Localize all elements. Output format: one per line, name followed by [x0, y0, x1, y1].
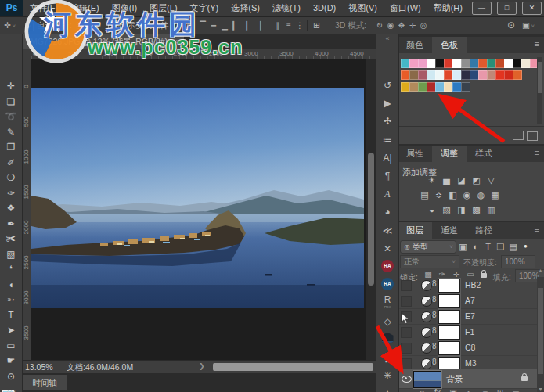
- visibility-toggle[interactable]: [401, 327, 412, 338]
- tab-通道[interactable]: 通道: [432, 222, 467, 239]
- exposure-icon[interactable]: ◩: [470, 175, 483, 185]
- color-swatch[interactable]: [513, 70, 522, 80]
- invert-icon[interactable]: ◒: [425, 205, 438, 215]
- hand-tool[interactable]: ☛: [0, 354, 22, 368]
- color-swatch[interactable]: [461, 82, 470, 92]
- actions-panel-icon[interactable]: ▶: [376, 95, 398, 111]
- quick-selection-tool[interactable]: ✎: [0, 125, 22, 139]
- filter-adjustment-icon[interactable]: ◐: [470, 240, 481, 253]
- visibility-toggle[interactable]: [401, 296, 412, 307]
- timeline-tab[interactable]: 时间轴: [22, 375, 67, 390]
- distribute-3-icon[interactable]: ⋮: [294, 17, 305, 34]
- arrange-button[interactable]: ⊞: [313, 17, 320, 34]
- align-4-icon[interactable]: ▎: [230, 17, 241, 34]
- marquee-tool[interactable]: ❏: [0, 95, 22, 109]
- menu-item-10[interactable]: 窗口(W): [384, 0, 427, 16]
- crop-tool[interactable]: ❐: [0, 140, 22, 154]
- levels-icon[interactable]: ▅: [440, 175, 453, 185]
- zoom-tool[interactable]: ⊙: [0, 369, 22, 383]
- show-transform-checkbox[interactable]: [108, 17, 117, 34]
- history-brush-tool[interactable]: ✒: [0, 217, 22, 231]
- plugin-x-icon[interactable]: ✕: [376, 241, 398, 257]
- brush-tool[interactable]: ✑: [0, 186, 22, 200]
- ra-red-badge[interactable]: RA: [376, 259, 398, 275]
- scroll-up-icon[interactable]: ▲: [537, 268, 544, 273]
- move-tool[interactable]: ✛: [0, 79, 22, 93]
- vibrance-icon[interactable]: ▽: [485, 175, 498, 185]
- dot-grid-icon[interactable]: ⣿: [376, 350, 398, 365]
- hex-cube-icon[interactable]: [376, 332, 398, 347]
- shape-tool[interactable]: ▭: [0, 339, 22, 353]
- paragraph-panel-icon[interactable]: ¶: [376, 168, 398, 184]
- tab-样式[interactable]: 样式: [467, 146, 501, 162]
- gradient-map-icon[interactable]: ▥: [485, 205, 498, 215]
- document-tab[interactable]: IMG7926.JPG @ 13% (背景, RGB/8#)×: [22, 34, 184, 49]
- gradient-tool[interactable]: ▧: [0, 247, 22, 261]
- menu-item-4[interactable]: 图层(L): [143, 0, 183, 16]
- rotate-view-icon[interactable]: ◕: [376, 204, 398, 220]
- layer-row[interactable]: 8A7: [398, 293, 537, 309]
- brush-presets-icon[interactable]: ✣: [376, 113, 398, 129]
- path-selection-tool[interactable]: ➤: [0, 323, 22, 337]
- blend-mode-dropdown[interactable]: 正常˅: [400, 255, 459, 268]
- hue-saturation-icon[interactable]: ▤: [418, 190, 431, 200]
- selective-color-icon[interactable]: ▩: [470, 205, 483, 215]
- visibility-toggle[interactable]: [401, 343, 412, 354]
- layers-bottom-icon[interactable]: fx: [431, 388, 445, 392]
- visibility-eye-icon[interactable]: [402, 376, 412, 383]
- curves-icon[interactable]: ◪: [455, 175, 468, 185]
- background-layer-thumbnail[interactable]: [413, 371, 441, 388]
- spark-icon[interactable]: ✦: [376, 386, 398, 392]
- layer-row[interactable]: 8E7: [398, 308, 537, 325]
- trash-icon[interactable]: [527, 131, 538, 141]
- checkbox-checked[interactable]: ✓: [25, 23, 34, 31]
- visibility-toggle[interactable]: [401, 311, 412, 322]
- distribute-2-icon[interactable]: ≡: [283, 17, 294, 34]
- blur-tool[interactable]: ❛: [0, 262, 22, 276]
- collapse-dock-icon[interactable]: «: [376, 34, 398, 42]
- new-swatch-icon[interactable]: [513, 131, 524, 140]
- menu-item-11[interactable]: 帮助(H): [427, 0, 469, 16]
- layers-bottom-icon[interactable]: ▣: [446, 388, 460, 392]
- tab-close-icon[interactable]: ×: [173, 37, 178, 46]
- tab-路径[interactable]: 路径: [467, 222, 501, 239]
- current-tool-icon[interactable]: ✛ ˅: [4, 17, 16, 34]
- align-6-icon[interactable]: ▕: [252, 17, 263, 34]
- vertical-scrollbar-thumb[interactable]: [368, 153, 374, 286]
- swatches-scrollbar-thumb[interactable]: [538, 62, 542, 93]
- panel-menu-icon[interactable]: ≡: [535, 148, 539, 157]
- layers-bottom-icon[interactable]: ▱: [477, 388, 492, 392]
- swatches-scrollbar[interactable]: [537, 57, 542, 124]
- 3d-mode-2-icon[interactable]: ◉: [385, 17, 396, 34]
- filter-pin-icon[interactable]: ●: [520, 240, 531, 253]
- photo-filter-icon[interactable]: ◉: [460, 190, 474, 200]
- eyedropper-tool[interactable]: ✐: [0, 156, 22, 170]
- layer-row[interactable]: 8F1: [398, 324, 537, 340]
- eraser-tool[interactable]: ✀: [0, 232, 22, 246]
- filter-shape-icon[interactable]: ❑: [495, 240, 506, 253]
- filter-image-icon[interactable]: ▣: [457, 240, 469, 253]
- layer-mask-thumbnail[interactable]: [438, 294, 460, 308]
- layer-mask-thumbnail[interactable]: [438, 279, 460, 293]
- layer-mask-thumbnail[interactable]: [438, 325, 460, 340]
- canvas-area[interactable]: [31, 59, 366, 360]
- status-next-icon[interactable]: ❯: [199, 362, 205, 370]
- auto-select-dropdown[interactable]: 图层 ˅: [76, 17, 97, 34]
- layer-row[interactable]: 8C8: [398, 340, 537, 356]
- minimize-button[interactable]: —: [472, 2, 492, 15]
- horizontal-scrollbar-thumb[interactable]: [213, 363, 373, 371]
- menu-item-3[interactable]: 图像(I): [106, 0, 143, 16]
- channel-mixer-icon[interactable]: ◍: [474, 190, 488, 200]
- menu-item-8[interactable]: 3D(D): [307, 0, 342, 16]
- 3d-mode-1-icon[interactable]: ↻: [374, 17, 385, 34]
- align-3-icon[interactable]: ▁: [219, 17, 230, 34]
- starburst-icon[interactable]: ✳: [376, 368, 398, 383]
- dodge-tool[interactable]: ◖: [0, 278, 22, 292]
- layers-bottom-icon[interactable]: ∞: [415, 388, 429, 392]
- menu-item-9[interactable]: 视图(V): [342, 0, 384, 16]
- align-5-icon[interactable]: ┃: [241, 17, 252, 34]
- history-panel-icon[interactable]: ↺: [376, 77, 398, 93]
- layers-bottom-icon[interactable]: ▭: [509, 388, 523, 392]
- menu-item-6[interactable]: 选择(S): [225, 0, 266, 16]
- layer-row[interactable]: 8HB2: [398, 277, 537, 293]
